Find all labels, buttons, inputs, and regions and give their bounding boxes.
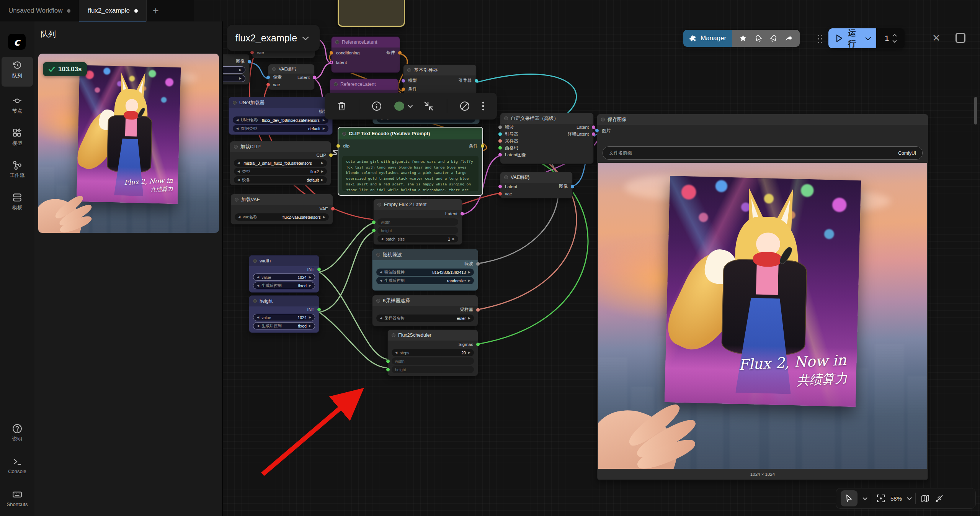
- minimap-icon[interactable]: [921, 494, 930, 503]
- widget-batch-size[interactable]: batch_size 1: [377, 235, 458, 242]
- sidebar-item-queue[interactable]: 队列: [2, 57, 33, 87]
- widget-prev-icon[interactable]: [380, 316, 382, 320]
- widget-value[interactable]: value 1024: [253, 274, 315, 281]
- widget-next-icon[interactable]: [468, 351, 470, 354]
- port-image-out[interactable]: [248, 60, 251, 63]
- port-guider-in[interactable]: [498, 133, 502, 136]
- queue-result-thumbnail[interactable]: Flux 2, Now in 共绩算力 103.03s: [38, 54, 219, 233]
- generated-image-preview[interactable]: Flux 2, Now in 共绩算力: [598, 163, 927, 469]
- port-image-out[interactable]: [571, 185, 574, 188]
- node-vae-encode[interactable]: VAE编码 像素 Latent vae: [268, 64, 315, 90]
- widget-next-icon[interactable]: [468, 316, 470, 320]
- port-clip-in[interactable]: [336, 144, 340, 148]
- port-int-out[interactable]: [317, 268, 321, 271]
- port-width-in[interactable]: [372, 220, 376, 224]
- widget-next-icon[interactable]: [323, 118, 325, 122]
- input-width[interactable]: width: [377, 218, 458, 226]
- port-image-in[interactable]: [595, 129, 599, 133]
- widget-prev-icon[interactable]: [257, 324, 259, 328]
- close-icon[interactable]: ✕: [932, 32, 941, 44]
- fit-view-icon[interactable]: [876, 494, 885, 503]
- widget-prev-icon[interactable]: [381, 237, 383, 241]
- port-noise-out[interactable]: [476, 262, 480, 265]
- sidebar-item-templates[interactable]: 模板: [2, 188, 33, 217]
- new-tab-button[interactable]: +: [147, 0, 165, 21]
- drag-handle-icon[interactable]: [817, 34, 823, 44]
- port-height-in[interactable]: [372, 229, 376, 232]
- tab-flux2-example[interactable]: flux2_example: [79, 0, 147, 21]
- port-height-in[interactable]: [386, 368, 390, 371]
- workflow-name-dropdown[interactable]: flux2_example: [227, 25, 320, 51]
- port-width-in[interactable]: [386, 359, 390, 363]
- widget-prev-icon[interactable]: [236, 127, 238, 130]
- more-options-button[interactable]: [482, 101, 484, 111]
- port-pixels-in[interactable]: [266, 75, 270, 79]
- port-clip-out[interactable]: [329, 154, 333, 157]
- tab-unsaved-workflow[interactable]: Unsaved Workflow: [0, 0, 79, 21]
- node-basic-guider[interactable]: 基本引导器 模型 引导器 条件: [403, 64, 477, 94]
- widget-prev-icon[interactable]: [395, 351, 397, 354]
- widget-next-icon[interactable]: [468, 270, 470, 274]
- run-button[interactable]: 运行: [828, 28, 876, 48]
- widget-clip-name[interactable]: mistral_3_small_flux2_fp8.safetensors: [234, 159, 327, 167]
- node-clip-loader[interactable]: 加载CLIP CLIP mistral_3_small_flux2_fp8.sa…: [230, 141, 331, 185]
- node-flux2-scheduler[interactable]: Flux2Scheduler Sigmas steps 20 width hei…: [387, 329, 478, 376]
- node-height[interactable]: height INT value 1024 生成后控制 fixed: [249, 295, 319, 333]
- links-toggle-icon[interactable]: [935, 494, 944, 503]
- widget-prev-icon[interactable]: [257, 316, 259, 319]
- node-ksampler-select[interactable]: K采样器选择 采样器 采样器名称 euler: [372, 295, 478, 326]
- widget-next-icon[interactable]: [309, 324, 311, 328]
- star-icon[interactable]: [739, 34, 747, 42]
- widget-next-icon[interactable]: [309, 316, 311, 319]
- port-int-out[interactable]: [317, 308, 321, 311]
- input-width[interactable]: width: [392, 357, 474, 365]
- widget-control[interactable]: 生成后控制 fixed: [253, 322, 315, 329]
- widget-next-icon[interactable]: [321, 178, 323, 182]
- widget-prev-icon[interactable]: [257, 275, 259, 279]
- widget-control-after-gen[interactable]: 生成后控制 randomize: [376, 277, 474, 284]
- widget-next-icon[interactable]: [323, 215, 325, 219]
- chevron-down-icon[interactable]: [907, 495, 912, 500]
- widget-steps[interactable]: steps 20: [392, 349, 474, 356]
- widget-clip-type[interactable]: 类型 flux2: [234, 168, 327, 175]
- sidebar-item-shortcuts[interactable]: Shortcuts: [2, 486, 33, 514]
- node-width[interactable]: width INT value 1024 生成后控制 fixed: [249, 255, 319, 293]
- widget-next-icon[interactable]: [309, 284, 311, 287]
- widget-filename-prefix[interactable]: 文件名前缀 ComfyUI: [603, 146, 923, 160]
- info-icon[interactable]: [372, 101, 382, 111]
- port-cond-out[interactable]: [481, 144, 484, 148]
- widget-prev-icon[interactable]: [257, 284, 259, 287]
- widget-next-icon[interactable]: [321, 170, 323, 173]
- node-empty-latent[interactable]: Empty Flux 2 Latent Latent width height …: [373, 199, 462, 245]
- widget-noise-seed[interactable]: 噪波随机种 815438351362413: [376, 269, 474, 276]
- comfyui-logo[interactable]: c: [8, 34, 26, 50]
- node-random-noise[interactable]: 随机噪波 噪波 噪波随机种 815438351362413 生成后控制 rand…: [372, 249, 478, 291]
- widget-prev-icon[interactable]: [237, 161, 240, 165]
- port-vae-in[interactable]: [498, 192, 502, 195]
- widget-next-icon[interactable]: [468, 279, 470, 282]
- port-sampler-out[interactable]: [476, 308, 480, 311]
- widget-next-icon[interactable]: [323, 127, 325, 130]
- port-vae-out[interactable]: [331, 207, 335, 210]
- port-latent-image-in[interactable]: [498, 153, 502, 157]
- port-latent-out[interactable]: [461, 212, 464, 215]
- share-icon[interactable]: [785, 34, 793, 42]
- stepper-arrows-icon[interactable]: [893, 34, 896, 42]
- sidebar-item-models[interactable]: 模型: [2, 124, 33, 152]
- port-denoised-latent-out[interactable]: [592, 133, 595, 136]
- input-height[interactable]: height: [392, 366, 474, 373]
- sidebar-item-console[interactable]: Console: [2, 453, 33, 481]
- port-model-in[interactable]: [402, 79, 405, 82]
- widget-sampler-name[interactable]: 采样器名称 euler: [376, 315, 474, 322]
- sidebar-item-nodes[interactable]: 节点: [2, 92, 33, 120]
- widget-prev-icon[interactable]: [237, 178, 240, 182]
- widget-unet-name[interactable]: UNet名称 flux2_dev_fp8mixed.safetensors: [233, 116, 328, 124]
- port-vae-in[interactable]: [250, 51, 254, 54]
- port-latent-in[interactable]: [330, 61, 333, 64]
- collapse-node-button[interactable]: [423, 101, 434, 111]
- node-color-picker[interactable]: [394, 102, 411, 111]
- bell-icon-2[interactable]: [770, 34, 777, 42]
- port-noise-in[interactable]: [498, 126, 502, 129]
- port-sigmas-out[interactable]: [476, 342, 480, 346]
- port-latent-in[interactable]: [498, 185, 502, 188]
